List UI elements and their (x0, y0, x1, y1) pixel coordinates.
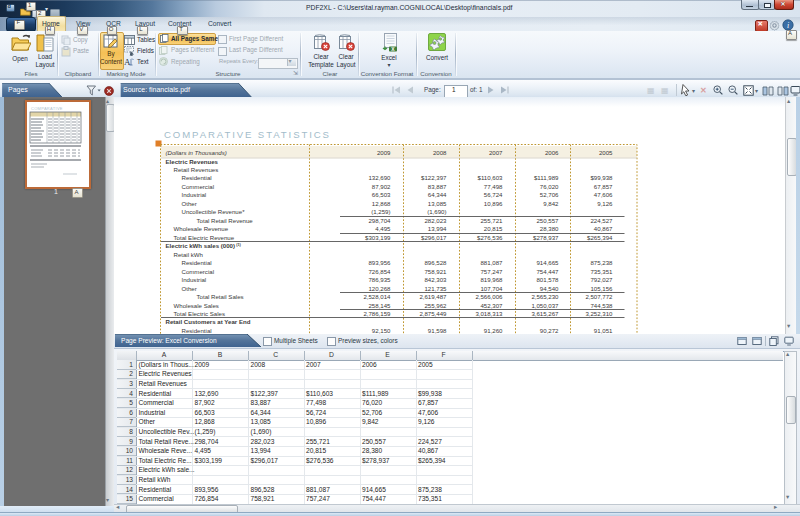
svg-text:Total Electric Revenue: Total Electric Revenue (174, 234, 235, 241)
svg-text:258,145: 258,145 (368, 302, 391, 309)
svg-text:$296,017: $296,017 (421, 234, 447, 241)
svg-text:Other: Other (182, 285, 197, 292)
svg-text:2,875,449: 2,875,449 (419, 310, 447, 317)
svg-text:744,538: 744,538 (590, 302, 613, 309)
svg-text:2,619,487: 2,619,487 (419, 293, 447, 300)
svg-text:121,735: 121,735 (424, 285, 447, 292)
svg-text:$265,394: $265,394 (587, 234, 613, 241)
svg-text:105,156: 105,156 (590, 285, 613, 292)
svg-text:Residential: Residential (182, 327, 212, 334)
svg-text:250,557: 250,557 (536, 217, 559, 224)
svg-text:786,935: 786,935 (368, 276, 391, 283)
svg-text:792,027: 792,027 (590, 276, 613, 283)
svg-text:COMPARATIVE: COMPARATIVE (31, 106, 63, 111)
svg-text:Industrial: Industrial (182, 191, 207, 198)
svg-text:3,018,313: 3,018,313 (475, 310, 503, 317)
svg-text:$110,603: $110,603 (478, 174, 504, 181)
svg-text:754,447: 754,447 (536, 268, 559, 275)
svg-text:875,238: 875,238 (590, 259, 613, 266)
svg-text:Total Retail Sales: Total Retail Sales (197, 293, 244, 300)
svg-text:Total Electric Sales: Total Electric Sales (174, 310, 225, 317)
svg-text:47,606: 47,606 (594, 191, 613, 198)
svg-text:Retail Revenues: Retail Revenues (174, 166, 219, 173)
svg-text:2,507,772: 2,507,772 (585, 293, 613, 300)
svg-text:Electric kWh sales (000) (1): Electric kWh sales (000) (1) (166, 242, 242, 249)
svg-text:914,665: 914,665 (536, 259, 559, 266)
svg-text:91,051: 91,051 (594, 327, 613, 334)
svg-text:(1,259): (1,259) (371, 208, 390, 215)
svg-text:Wholesale Sales: Wholesale Sales (174, 302, 219, 309)
svg-text:881,087: 881,087 (480, 259, 503, 266)
svg-text:A: A (124, 57, 131, 67)
svg-text:3,615,267: 3,615,267 (531, 310, 559, 317)
svg-text:Uncollectible Revenue*: Uncollectible Revenue* (182, 208, 246, 215)
svg-text:91,260: 91,260 (484, 327, 503, 334)
svg-text:92,150: 92,150 (372, 327, 391, 334)
svg-text:10,896: 10,896 (484, 200, 503, 207)
svg-text:Retail kWh: Retail kWh (174, 251, 203, 258)
svg-text:56,724: 56,724 (484, 191, 503, 198)
svg-text:20,815: 20,815 (484, 225, 503, 232)
svg-text:896,528: 896,528 (424, 259, 447, 266)
svg-text:87,902: 87,902 (372, 183, 391, 190)
svg-text:$303,199: $303,199 (365, 234, 391, 241)
svg-text:801,578: 801,578 (536, 276, 559, 283)
svg-text:2,528,014: 2,528,014 (363, 293, 391, 300)
svg-text:64,344: 64,344 (428, 191, 447, 198)
svg-text:282,023: 282,023 (424, 217, 447, 224)
svg-text:452,307: 452,307 (480, 302, 503, 309)
svg-text:2,786,159: 2,786,159 (363, 310, 391, 317)
svg-text:83,887: 83,887 (428, 183, 447, 190)
svg-text:Electric Revenues: Electric Revenues (166, 158, 219, 165)
svg-text:$99,938: $99,938 (590, 174, 613, 181)
svg-text:726,854: 726,854 (368, 268, 391, 275)
svg-text:3,252,310: 3,252,310 (585, 310, 613, 317)
svg-text:$111,989: $111,989 (534, 174, 559, 181)
svg-text:94,540: 94,540 (540, 285, 559, 292)
svg-text:Total Retail Revenue: Total Retail Revenue (197, 217, 254, 224)
svg-text:52,706: 52,706 (540, 191, 559, 198)
svg-text:107,704: 107,704 (480, 285, 503, 292)
svg-text:735,351: 735,351 (590, 268, 613, 275)
svg-text:(Dollars in Thousands): (Dollars in Thousands) (166, 149, 227, 156)
svg-text:2005: 2005 (599, 149, 613, 156)
svg-text:120,268: 120,268 (368, 285, 391, 292)
svg-text:2007: 2007 (489, 149, 503, 156)
svg-text:$278,937: $278,937 (533, 234, 559, 241)
svg-text:2006: 2006 (545, 149, 559, 156)
svg-text:$122,397: $122,397 (421, 174, 447, 181)
svg-text:255,962: 255,962 (424, 302, 447, 309)
svg-text:Residential: Residential (182, 259, 212, 266)
svg-text:2,566,006: 2,566,006 (475, 293, 503, 300)
svg-text:758,921: 758,921 (424, 268, 447, 275)
svg-text:9,126: 9,126 (597, 200, 613, 207)
svg-text:2009: 2009 (377, 149, 391, 156)
svg-text:132,690: 132,690 (368, 174, 391, 181)
svg-text:66,503: 66,503 (372, 191, 391, 198)
svg-text:255,721: 255,721 (480, 217, 503, 224)
svg-text:4,495: 4,495 (375, 225, 391, 232)
svg-text:842,303: 842,303 (424, 276, 447, 283)
svg-text:Other: Other (182, 200, 197, 207)
svg-text:67,857: 67,857 (594, 183, 613, 190)
svg-text:893,956: 893,956 (368, 259, 391, 266)
svg-text:1,050,037: 1,050,037 (531, 302, 559, 309)
svg-text:224,527: 224,527 (590, 217, 613, 224)
svg-text:298,704: 298,704 (368, 217, 391, 224)
svg-text:9,842: 9,842 (543, 200, 559, 207)
svg-text:28,380: 28,380 (540, 225, 559, 232)
svg-text:Retail Customers at Year End: Retail Customers at Year End (166, 318, 251, 325)
svg-text:(1,690): (1,690) (427, 208, 446, 215)
svg-text:819,968: 819,968 (480, 276, 503, 283)
svg-text:757,247: 757,247 (480, 268, 503, 275)
svg-text:2,565,230: 2,565,230 (531, 293, 559, 300)
svg-text:$276,536: $276,536 (477, 234, 503, 241)
svg-text:2008: 2008 (433, 149, 447, 156)
svg-text:77,498: 77,498 (484, 183, 503, 190)
svg-text:40,867: 40,867 (594, 225, 613, 232)
svg-text:13,994: 13,994 (428, 225, 447, 232)
svg-text:12,868: 12,868 (372, 200, 391, 207)
svg-text:90,272: 90,272 (540, 327, 559, 334)
svg-text:13,085: 13,085 (428, 200, 447, 207)
svg-text:76,020: 76,020 (540, 183, 559, 190)
